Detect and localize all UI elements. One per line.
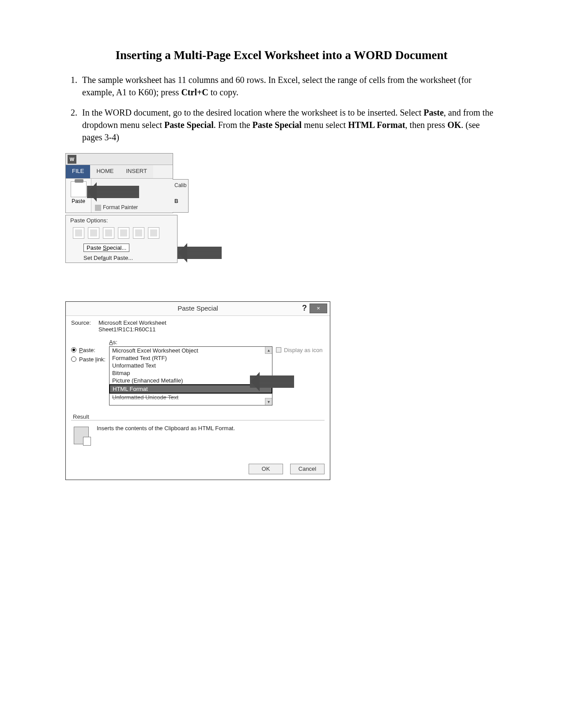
clipboard-result-icon — [74, 427, 89, 444]
step-1-kbd: Ctrl+C — [181, 87, 208, 97]
page-title: Inserting a Multi-Page Excel Worksheet i… — [62, 49, 501, 62]
step-2-text-a: In the WORD document, go to the desired … — [82, 108, 423, 117]
ribbon-groups: Paste Cut Copy Format Painter — [66, 178, 173, 213]
radio-dot-selected-icon — [71, 347, 76, 353]
step-1-text-a: The sample worksheet has 11 columns and … — [82, 75, 472, 97]
radio-column: Paste: Paste link: — [71, 339, 109, 405]
display-column: Display as icon — [272, 339, 325, 405]
annotation-arrow-html-format — [250, 375, 294, 388]
set-default-paste-menu-item[interactable]: Set Default Paste... — [66, 253, 177, 263]
format-painter-label: Format Painter — [103, 204, 138, 210]
clipboard-group: Cut Copy Format Painter — [91, 179, 173, 213]
source-label: Source: — [71, 319, 93, 333]
step-2-paste-special1: Paste Special — [164, 120, 214, 130]
format-painter-item[interactable]: Format Painter — [95, 204, 171, 211]
scroll-up-button[interactable]: ▴ — [265, 347, 272, 354]
brush-icon — [95, 205, 101, 211]
as-label: As: — [109, 339, 272, 345]
paste-special-menu-item[interactable]: Paste Special... — [83, 244, 129, 252]
word-app-icon: W — [68, 155, 76, 164]
source-row: Source: Microsoft Excel Worksheet Sheet1… — [71, 319, 325, 333]
paste-dropdown: Paste Options: Paste Special... Set Defa… — [65, 215, 178, 263]
source-line-2: Sheet1!R1C1:R60C11 — [98, 326, 166, 333]
close-icon: × — [317, 305, 320, 311]
tab-insert[interactable]: INSERT — [120, 165, 153, 178]
paste-option-6[interactable] — [148, 227, 159, 239]
dialog-body: Source: Microsoft Excel Worksheet Sheet1… — [66, 316, 330, 461]
result-inner: Inserts the contents of the Clipboard as… — [71, 420, 325, 455]
list-item[interactable]: Unformatted Unicode Text — [110, 394, 272, 401]
list-item[interactable]: Unformatted Text — [110, 362, 272, 369]
step-1-text-c: to copy. — [208, 87, 238, 97]
paste-option-3[interactable] — [103, 227, 114, 239]
paste-radio[interactable]: Paste: — [71, 347, 109, 353]
paste-option-5[interactable] — [133, 227, 144, 239]
step-2-paste: Paste — [423, 108, 444, 117]
result-text: Inserts the contents of the Clipboard as… — [97, 425, 235, 432]
dialog-content: Paste: Paste link: As: ▴ Microsoft Excel… — [71, 339, 325, 405]
step-2-text-g: menu select — [302, 120, 348, 130]
paste-options-icons — [66, 225, 177, 242]
ribbon-tabs: FILE HOME INSERT — [66, 165, 173, 178]
scroll-down-button[interactable]: ▾ — [265, 398, 272, 405]
dialog-titlebar: Paste Special ? × — [66, 302, 330, 316]
paste-radio-label: Paste: — [79, 347, 95, 353]
bold-button[interactable]: B — [174, 198, 186, 204]
paste-option-1[interactable] — [73, 227, 84, 239]
font-group-sliver: Calib B — [173, 179, 189, 213]
step-1: The sample worksheet has 11 columns and … — [79, 74, 501, 98]
font-name-partial[interactable]: Calib — [174, 182, 186, 188]
checkbox-icon — [276, 347, 281, 353]
dialog-title: Paste Special — [66, 304, 330, 312]
paste-link-radio-label: Paste link: — [79, 356, 106, 363]
paste-options-header: Paste Options: — [66, 215, 177, 225]
result-legend: Result — [71, 413, 91, 420]
source-line-1: Microsoft Excel Worksheet — [98, 319, 166, 326]
help-button[interactable]: ? — [302, 304, 307, 313]
paste-option-4[interactable] — [118, 227, 129, 239]
step-2-ok: OK — [447, 120, 461, 130]
dialog-buttons: OK Cancel — [66, 461, 330, 480]
word-ribbon: W FILE HOME INSERT Paste Cut Copy Format… — [65, 153, 173, 213]
annotation-arrow-paste — [87, 186, 139, 198]
step-2-text-i: , then press — [405, 120, 448, 130]
radio-dot-icon — [71, 356, 76, 362]
step-2-html-format: HTML Format — [348, 120, 405, 130]
cancel-button[interactable]: Cancel — [290, 464, 325, 474]
tab-file[interactable]: FILE — [66, 165, 90, 178]
result-section: Result Inserts the contents of the Clipb… — [71, 413, 325, 455]
step-2-text-e: . From the — [214, 120, 253, 130]
tab-home[interactable]: HOME — [90, 165, 120, 178]
display-as-icon-checkbox[interactable]: Display as icon — [276, 347, 325, 353]
ok-button[interactable]: OK — [249, 464, 283, 474]
quick-access-toolbar: W — [66, 154, 173, 165]
display-as-icon-label: Display as icon — [284, 347, 322, 353]
paste-link-radio[interactable]: Paste link: — [71, 356, 109, 363]
paste-option-2[interactable] — [88, 227, 99, 239]
paste-special-dialog: Paste Special ? × Source: Microsoft Exce… — [65, 301, 330, 480]
step-2: In the WORD document, go to the desired … — [79, 106, 501, 143]
annotation-arrow-paste-special — [178, 247, 222, 259]
ribbon-figure: W FILE HOME INSERT Paste Cut Copy Format… — [65, 153, 501, 213]
steps-list: The sample worksheet has 11 columns and … — [65, 74, 501, 143]
paste-special-figure: Paste Special ? × Source: Microsoft Exce… — [65, 301, 330, 480]
list-item[interactable]: Microsoft Excel Worksheet Object — [110, 347, 272, 354]
close-button[interactable]: × — [310, 304, 327, 313]
step-2-paste-special2: Paste Special — [253, 120, 302, 130]
list-item[interactable]: Formatted Text (RTF) — [110, 354, 272, 362]
